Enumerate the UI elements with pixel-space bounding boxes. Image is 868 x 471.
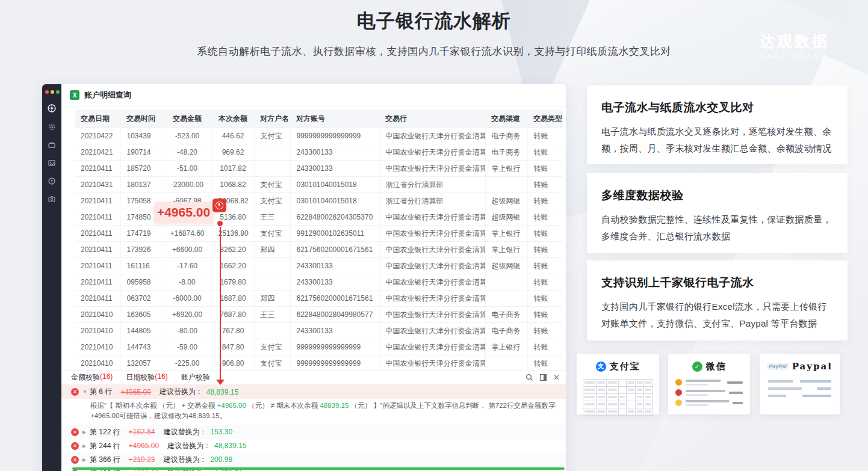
validation-issue-row[interactable]: ✕▼第 6 行+4965.00建议替换为：48,839.15 <box>61 385 566 399</box>
table-row[interactable]: 20210410132057-225.00906.80支付宝9999999999… <box>75 356 563 371</box>
feature-card-multidim-validation: 多维度数据校验 自动校验数据完整性、连续性及重复性，保证数据质量，多维度合并、汇… <box>587 173 848 253</box>
table-cell: 转账 <box>527 128 563 144</box>
table-row[interactable]: 20210410144805-80.00767.80243300133中国农业银… <box>75 323 563 339</box>
issue-new-value: 153.30 <box>210 428 232 436</box>
coin-icon[interactable] <box>48 177 56 185</box>
table-row[interactable]: 20210410144743-59.00847.80支付宝99999999999… <box>75 339 563 356</box>
table-cell: 支付宝 <box>254 226 290 242</box>
brand-name: 微信 <box>706 361 727 372</box>
issue-detail-segment: +4965.00 <box>217 402 246 409</box>
wheel-logo-icon[interactable] <box>47 103 57 113</box>
table-cell: 243300133 <box>290 258 379 274</box>
alert-clock-icon[interactable] <box>212 199 226 212</box>
table-row[interactable]: 20210422103439-523.00446.62支付宝9999999999… <box>75 128 563 144</box>
table-cell: 190714 <box>120 144 163 161</box>
close-panel-icon[interactable]: ✕ <box>553 373 560 382</box>
tab-label: 日期校验 <box>126 372 155 383</box>
minimize-window-icon[interactable] <box>51 90 54 94</box>
table-cell: 郑四 <box>254 291 290 307</box>
table-row[interactable]: 20210411173926+6600.008262.20郑四621756020… <box>75 242 563 258</box>
validation-tab[interactable]: 账户校验 <box>181 372 210 383</box>
column-header: 交易金额 <box>163 110 212 128</box>
datagrand-logo: 达观数据 DATA GRAND <box>760 31 829 60</box>
issue-old-value: +162.84 <box>129 428 155 436</box>
table-cell: 99129000102635011 <box>290 226 379 242</box>
table-cell: 中国农业银行天津分行资金清算中心 <box>379 356 485 371</box>
table-cell: 电子商务 <box>485 307 527 323</box>
tab-error-count: (16) <box>155 372 167 383</box>
table-cell: -51.00 <box>163 161 212 177</box>
error-icon: ✕ <box>71 456 79 464</box>
table-cell <box>485 291 527 307</box>
collapse-caret-icon[interactable]: ▼ <box>82 389 90 395</box>
table-cell: 9999999999999999 <box>290 339 379 356</box>
briefcase-icon[interactable] <box>48 141 56 149</box>
table-row[interactable]: 20210411185720-51.001017.82243300133中国农业… <box>75 161 563 177</box>
table-cell: 转账 <box>527 291 563 307</box>
table-cell: 20210411 <box>75 242 120 258</box>
table-row[interactable]: 20210411175058-6067.9824068.82支付宝0301010… <box>75 193 563 209</box>
table-cell <box>485 356 527 371</box>
table-cell: 转账 <box>527 307 563 323</box>
expand-caret-icon[interactable]: ▶ <box>82 429 90 435</box>
table-row[interactable]: 202104111748505136.80王三62284800282043053… <box>75 209 563 226</box>
issue-old-value: +4965.00 <box>129 442 159 450</box>
settings-gear-icon[interactable] <box>48 123 56 131</box>
wechat-transaction-thumbnail <box>675 389 743 396</box>
table-cell: +6920.00 <box>163 307 212 323</box>
table-cell <box>254 144 290 161</box>
table-row[interactable]: 20210411174719+16874.6025136.80支付宝991290… <box>75 226 563 242</box>
window-title: 账户明细查询 <box>84 90 131 100</box>
table-row[interactable]: 20210411161116-17.601662.20243300133中国农业… <box>75 258 563 274</box>
table-cell: 中国农业银行天津分行资金清算中心 <box>379 226 485 242</box>
validation-issue-row[interactable]: ✕▶第 366 行+210.23建议替换为：200.98 <box>61 453 566 467</box>
column-header: 交易渠道 <box>485 110 527 128</box>
image-icon[interactable] <box>48 159 56 167</box>
column-header: 交易日期 <box>75 110 120 128</box>
close-window-icon[interactable] <box>45 90 49 94</box>
table-cell: 支付宝 <box>254 193 290 209</box>
table-cell <box>254 274 290 291</box>
table-cell: 中国农业银行天津分行资金清算中心 <box>379 258 485 274</box>
maximize-window-icon[interactable] <box>56 90 60 94</box>
table-cell: 支付宝 <box>254 177 290 193</box>
table-cell: +16874.60 <box>163 226 212 242</box>
table-cell: 20210411 <box>75 291 120 307</box>
table-cell: 173926 <box>120 242 163 258</box>
validation-issue-row[interactable]: ✕▶第 122 行+162.84建议替换为：153.30 <box>61 425 566 439</box>
excel-file-icon: X <box>70 90 79 100</box>
table-cell: 20210411 <box>75 226 120 242</box>
table-cell: 转账 <box>527 177 563 193</box>
search-icon[interactable] <box>525 374 533 381</box>
issue-suggest-label: 建议替换为： <box>163 427 206 437</box>
validation-tab[interactable]: 金额校验(16) <box>71 372 113 383</box>
table-cell: 掌上银行 <box>485 226 527 242</box>
table-cell: 20210422 <box>75 128 120 144</box>
panel-layout-icon[interactable] <box>539 374 547 381</box>
table-cell: 095958 <box>120 274 163 291</box>
table-row[interactable]: 20210421190714-48.20969.62243300133中国农业银… <box>75 144 563 161</box>
table-cell: 中国农业银行天津分行资金清算中心 <box>379 274 485 291</box>
table-cell: 243300133 <box>290 323 379 339</box>
table-cell: 郑四 <box>254 242 290 258</box>
expand-caret-icon[interactable]: ▶ <box>82 457 90 463</box>
camera-icon[interactable] <box>48 195 56 203</box>
table-cell: 超级网银 <box>485 193 527 209</box>
validation-tab[interactable]: 日期校验(16) <box>126 372 167 383</box>
expand-caret-icon[interactable]: ▶ <box>82 443 90 449</box>
table-cell: 20210410 <box>75 339 120 356</box>
validation-issues-list: ✕▼第 6 行+4965.00建议替换为：48,839.15根据“【 期初本次余… <box>61 385 566 471</box>
issue-old-value: +210.23 <box>129 455 155 464</box>
column-header: 交易行 <box>379 110 485 128</box>
table-cell: 王三 <box>254 307 290 323</box>
table-row[interactable]: 20210411063702-6000.001687.80郑四621756020… <box>75 291 563 307</box>
table-cell: +6600.00 <box>163 242 212 258</box>
table-cell: 王三 <box>254 209 290 226</box>
validation-issue-row[interactable]: ✕▶第 244 行+4965.00建议替换为：48,839.15 <box>61 439 566 453</box>
table-row[interactable]: 20210410163605+6920.007687.80王三622848002… <box>75 307 563 323</box>
table-row[interactable]: 20210431180137-23000.001068.82支付宝0301010… <box>75 177 563 193</box>
table-cell: 180137 <box>120 177 163 193</box>
logo-text-en: DATA GRAND <box>760 52 829 60</box>
table-row[interactable]: 20210411095958-8.001679.80243300133中国农业银… <box>75 274 563 291</box>
table-cell: 支付宝 <box>254 339 290 356</box>
